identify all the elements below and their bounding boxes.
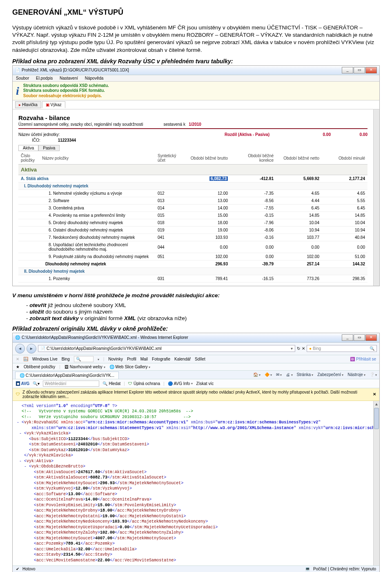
actions-intro: V menu umístěném v horní liště prohlížeč…: [12, 292, 380, 299]
ico-row: IČO: 11223344: [18, 138, 368, 142]
tab-favicon: 🌐: [20, 373, 24, 378]
table-row: 8. Uspořádací účet technického zhodnocen…: [18, 241, 368, 253]
vyk-titlebar: 📄 Prohlížeč XML výkazů [D:\GORUCR\TUG\UC…: [13, 66, 379, 75]
web-slice-gallery[interactable]: 🌐 Web Slice Gallery: [109, 365, 151, 369]
windows-live-link[interactable]: Windows Live: [32, 357, 58, 361]
menu-elpodpis[interactable]: El.podpis: [36, 76, 53, 80]
info-line-xsd: Struktura souboru odpovídá XSD schématu.: [23, 83, 109, 89]
signin-link[interactable]: 🆔 Přihlásit se: [350, 357, 376, 361]
tab-aktiva[interactable]: Aktiva: [18, 145, 38, 151]
tb-sdilet[interactable]: Sdílet: [195, 357, 205, 361]
close-toolbar-icon[interactable]: ✕: [16, 357, 19, 361]
actions-list: otevřít již jednou uložené soubory XML u…: [12, 302, 380, 321]
status-hotovo: Hotovo: [22, 567, 36, 571]
tb-kalendar[interactable]: Kalendář: [174, 357, 191, 361]
tb-mail[interactable]: Mail: [140, 357, 148, 361]
example1-subtitle: Příklad okna pro zobrazení XML dávky Roz…: [12, 58, 380, 65]
ie-live-toolbar: ✕ 🪟 Windows Live Bing 🔍 | Novinky Profil…: [13, 355, 379, 363]
id-icon: 🆔: [350, 357, 355, 361]
vyk-scrollbar[interactable]: [373, 109, 379, 286]
vyk-subtabs: ▸Hlavička ▣Výkaz: [13, 100, 379, 109]
group-a-name: A. Stálá aktiva: [18, 175, 185, 183]
sheet-subtitle: Územní samosprávné celky, svazky obcí, r…: [18, 122, 368, 127]
maximize-button[interactable]: ▭: [354, 67, 365, 73]
bing-link[interactable]: Bing: [62, 357, 70, 361]
feeds-button[interactable]: 🔶: [265, 372, 272, 377]
close-button[interactable]: ✕: [365, 67, 377, 73]
live-search-dropdown[interactable]: [98, 357, 99, 361]
info-icon: i: [16, 85, 19, 98]
hdr-aktiva: Aktiva: [18, 165, 368, 175]
dropdown-icon[interactable]: ▾: [291, 346, 293, 351]
tb-profil[interactable]: Profil: [127, 357, 136, 361]
ie-app-icon: 🌐: [15, 335, 20, 340]
tab-pasiva[interactable]: Pasiva: [38, 145, 60, 151]
tab-vykaz[interactable]: ▣Výkaz: [42, 101, 65, 108]
ie-statusbar: ✔ Hotovo 💻 Počítač | Chráněný režim: Vyp…: [13, 565, 379, 572]
info-line-fsk: Struktura souboru odpovídá FSK formátu.: [23, 88, 109, 93]
back-button[interactable]: ◄: [15, 344, 25, 354]
ie-minimize-button[interactable]: _: [342, 334, 353, 341]
col-korekce: Období běžné korekce: [230, 152, 276, 165]
ie-scrollbar[interactable]: ▲: [373, 401, 379, 566]
avg-search-input[interactable]: Webhledání: [43, 381, 99, 387]
menu-nastaveni[interactable]: Nastavení: [60, 76, 78, 80]
avg-info[interactable]: 🔵 AVG Info: [168, 381, 193, 386]
live-search[interactable]: 🔍: [74, 356, 94, 362]
warning-close-icon[interactable]: ✕: [373, 392, 376, 396]
vykview-window: 📄 Prohlížeč XML výkazů [D:\GORUCR\TUG\UC…: [12, 65, 380, 287]
group-a-brutto: 6,082.73: [209, 176, 228, 181]
page-heading: GENEROVÁNÍ „XML“ VÝSTUPŮ: [12, 8, 380, 17]
rozdil-label: Rozdíl (Aktiva - Pasiva): [225, 132, 270, 137]
tb-novinky[interactable]: Novinky: [108, 357, 123, 361]
action-save: uložit do souboru s jiným názvem: [26, 309, 380, 315]
table-row: 5. Drobný dlouhodobý nehmotný majetek018…: [18, 219, 368, 227]
ie-window: 🌐 C:\Users\doktor\AppData\Roaming\Gordic…: [12, 333, 380, 572]
table-row: 1. Pozemky031789.41-16.15773.26298.35: [18, 275, 368, 283]
activex-warning[interactable]: 🛡 Z důvodu ochrany zabezpečení zakázala …: [13, 388, 379, 401]
search-input[interactable]: ● Bing 🔍: [307, 345, 377, 352]
minimize-button[interactable]: _: [342, 67, 353, 73]
help-button[interactable]: ❔: [370, 372, 377, 377]
url-input[interactable]: 📄 C:\Users\doktor\AppData\Roaming\Gordic…: [38, 345, 295, 352]
menu-soubor[interactable]: Soubor: [16, 76, 29, 80]
info-box: i Struktura souboru odpovídá XSD schémat…: [13, 82, 379, 101]
status-zone: Počítač | Chráněný režim: Vypnuto: [313, 567, 376, 571]
col-synt: Syntetický účet: [155, 152, 185, 165]
table-row: 1. Nehmotné výsledky výzkumu a vývoje012…: [18, 190, 368, 197]
sheet-date: 1/2010: [189, 122, 201, 127]
avg-ziskat[interactable]: Získat víc: [196, 381, 214, 386]
forward-button[interactable]: ►: [27, 344, 36, 354]
table-row: 6. Ostatní dlouhodobý nehmotný majetek01…: [18, 227, 368, 234]
favorites-label[interactable]: Oblíbené položky: [24, 365, 55, 369]
bing-icon: ●: [309, 346, 312, 351]
suggested-sites[interactable]: 🖼 Navrhované weby: [65, 365, 105, 369]
status-zone-icon: 💻: [305, 567, 310, 571]
tab-hlavicka[interactable]: ▸Hlavička: [15, 101, 41, 108]
tb-fotografie[interactable]: Fotografie: [152, 357, 170, 361]
vyk-menubar: Soubor El.podpis Nastavení Nápověda: [13, 75, 379, 82]
winlive-icon: 🪟: [23, 357, 28, 361]
search-icon[interactable]: 🔍: [370, 346, 374, 351]
favorites-star-icon[interactable]: ★: [16, 365, 20, 369]
menu-napoveda[interactable]: Nápověda: [85, 76, 104, 80]
sheet-title: Rozvaha - bilance: [18, 114, 368, 121]
tools-menu[interactable]: Nástroje: [347, 372, 365, 377]
page-menu[interactable]: Stránka: [297, 372, 314, 377]
table-row: 2. Software01313.00-8.564.445.55: [18, 197, 368, 205]
subgroup-1: I. Dlouhodobý nehmotný majetek: [18, 183, 368, 190]
ie-maximize-button[interactable]: ▭: [354, 334, 365, 341]
refresh-button[interactable]: ↻: [297, 346, 300, 351]
avg-ochrana[interactable]: 🛡 Úplná ochrana: [128, 381, 160, 386]
avg-hledat[interactable]: 🔍 Hledat: [102, 381, 120, 386]
avg-logo: ■ AVG: [16, 381, 29, 386]
stop-button[interactable]: ✕: [302, 346, 305, 351]
mail-button[interactable]: ✉: [276, 372, 282, 377]
ie-tab-row: 🌐 C:\Users\doktor\AppData\Roaming\Gordic…: [13, 371, 379, 379]
browser-tab[interactable]: 🌐 C:\Users\doktor\AppData\Roaming\Gordic…: [15, 372, 119, 379]
safety-menu[interactable]: Zabezpečení: [317, 372, 343, 377]
shield-icon: 🛡: [16, 392, 20, 396]
home-button[interactable]: 🏠: [253, 372, 261, 377]
print-button[interactable]: 🖨: [286, 372, 292, 377]
ie-close-button[interactable]: ✕: [365, 334, 377, 341]
